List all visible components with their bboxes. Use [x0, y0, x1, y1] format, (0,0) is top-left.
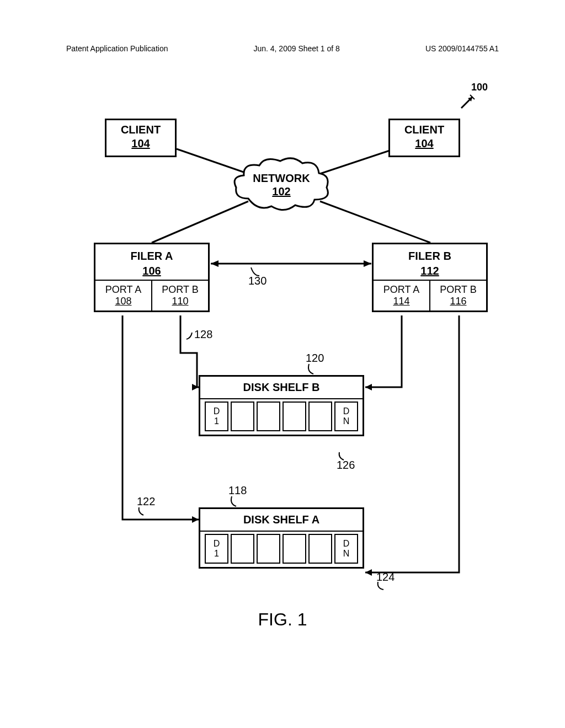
disk-shelf-b-title: DISK SHELF B [200, 377, 363, 399]
svg-marker-8 [211, 260, 218, 267]
annot-128: 128 [194, 328, 212, 341]
client-b-title: CLIENT [390, 124, 459, 136]
header-left: Patent Application Publication [66, 44, 168, 53]
annot-118: 118 [228, 484, 247, 497]
svg-marker-9 [364, 260, 371, 267]
client-b-num: 104 [390, 137, 459, 150]
disk-a-3 [257, 534, 280, 564]
network-title: NETWORK [232, 172, 331, 185]
disk-a-n: D N [334, 534, 358, 564]
disk-shelf-b: DISK SHELF B D 1 D N [199, 375, 364, 436]
disk-b-2 [231, 402, 254, 431]
disk-a-5 [308, 534, 332, 564]
disk-b-4 [282, 402, 306, 431]
client-a-num: 104 [106, 137, 175, 150]
disk-a-4 [282, 534, 306, 564]
header-right: US 2009/0144755 A1 [425, 44, 499, 53]
page-header: Patent Application Publication Jun. 4, 2… [66, 44, 499, 53]
client-b-box: CLIENT 104 [388, 119, 460, 157]
filer-a-port-a: PORT A 108 [95, 281, 151, 311]
disk-b-3 [257, 402, 280, 431]
filer-a-port-b-label: PORT B [162, 284, 198, 295]
disk-a-n-num: N [343, 549, 350, 559]
disk-shelf-a-title: DISK SHELF A [200, 509, 363, 532]
diagram: 100 [66, 77, 499, 629]
filer-a-port-a-label: PORT A [105, 284, 141, 295]
disk-a-n-letter: D [343, 539, 350, 549]
filer-a-head: FILER A 106 [95, 244, 208, 280]
filer-a-title: FILER A [130, 250, 173, 262]
disk-a-1: D 1 [205, 534, 228, 564]
ref-arrow-icon [460, 93, 477, 109]
disk-shelf-a-disks: D 1 D N [200, 532, 363, 567]
svg-marker-12 [365, 384, 372, 390]
filer-b-port-b: PORT B 116 [429, 281, 486, 311]
disk-shelf-a: DISK SHELF A D 1 D N [199, 507, 364, 569]
network-cloud: NETWORK 102 [232, 154, 331, 215]
header-center: Jun. 4, 2009 Sheet 1 of 8 [253, 44, 339, 53]
filer-b-ports: PORT A 114 PORT B 116 [374, 280, 486, 311]
disk-b-1-num: 1 [214, 416, 219, 426]
disk-a-1-num: 1 [214, 549, 219, 559]
filer-b-port-b-label: PORT B [440, 284, 476, 295]
filer-a-port-b: PORT B 110 [151, 281, 208, 311]
svg-line-6 [320, 201, 430, 243]
disk-b-1-letter: D [214, 406, 220, 416]
filer-b-title: FILER B [408, 250, 451, 262]
figure-caption: FIG. 1 [0, 609, 565, 630]
svg-marker-11 [192, 516, 199, 523]
svg-line-4 [320, 149, 395, 174]
svg-marker-10 [192, 384, 199, 390]
filer-b-head: FILER B 112 [374, 244, 486, 280]
filer-b-port-a: PORT A 114 [374, 281, 429, 311]
svg-marker-13 [365, 569, 372, 576]
client-a-box: CLIENT 104 [105, 119, 177, 157]
client-a-title: CLIENT [106, 124, 175, 136]
filer-a-ports: PORT A 108 PORT B 110 [95, 280, 208, 311]
cloud-icon [232, 154, 331, 215]
filer-b-port-b-num: 116 [430, 296, 486, 307]
disk-shelf-b-disks: D 1 D N [200, 399, 363, 435]
annot-126: 126 [337, 459, 355, 472]
disk-b-n-letter: D [343, 406, 350, 416]
filer-b-port-a-label: PORT A [383, 284, 419, 295]
filer-b-num: 112 [374, 265, 486, 277]
filer-b-port-a-num: 114 [374, 296, 429, 307]
annot-122: 122 [137, 495, 155, 508]
filer-a-port-a-num: 108 [95, 296, 151, 307]
disk-b-5 [308, 402, 332, 431]
annot-120: 120 [306, 352, 324, 365]
disk-b-n: D N [334, 402, 358, 431]
filer-a-port-b-num: 110 [152, 296, 208, 307]
disk-b-1: D 1 [205, 402, 228, 431]
disk-a-1-letter: D [214, 539, 220, 549]
disk-b-n-num: N [343, 416, 350, 426]
filer-a-box: FILER A 106 PORT A 108 PORT B 110 [94, 243, 210, 312]
annot-124: 124 [376, 571, 395, 584]
network-num: 102 [232, 185, 331, 198]
disk-a-2 [231, 534, 254, 564]
filer-b-box: FILER B 112 PORT A 114 PORT B 116 [372, 243, 488, 312]
filer-a-num: 106 [95, 265, 208, 277]
ref-100: 100 [471, 82, 488, 93]
annot-130: 130 [248, 275, 266, 287]
